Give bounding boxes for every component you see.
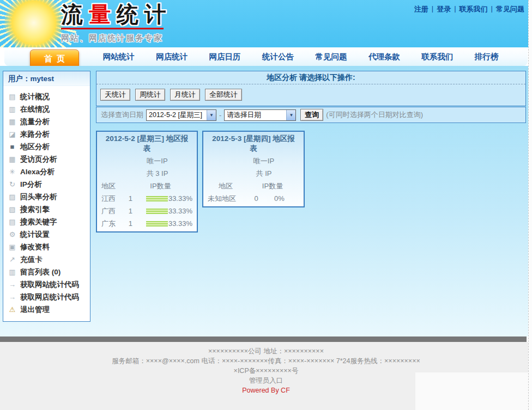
bar-cell: 33.33% — [138, 207, 192, 215]
percentage-bar — [146, 196, 168, 201]
all-stats-button[interactable]: 全部统计 — [205, 89, 242, 101]
sidebar-item-visited-pages-analysis[interactable]: ▦受访页分析 — [8, 153, 90, 166]
date2-select[interactable]: 请选择日期 ▼ — [224, 109, 296, 121]
sidebar-item-region-analysis[interactable]: ■地区分析 — [8, 140, 90, 153]
sidebar-item-return-rate-analysis[interactable]: ▨回头率分析 — [8, 191, 90, 203]
region-icon: ■ — [8, 143, 16, 151]
region-cell: 广东 — [101, 219, 123, 229]
content-area: 用户：mytest ▤统计概况 ▥在线情况 ▦流量分析 ◪来路分析 ■地区分析 … — [0, 66, 532, 336]
region-cell: 江西 — [101, 194, 123, 204]
region-column-header: 地区 — [208, 181, 246, 191]
sidebar-item-traffic-analysis[interactable]: ▦流量分析 — [8, 115, 90, 128]
sidebar-item-alexa-analysis[interactable]: ✳Alexa分析 — [8, 166, 90, 178]
count-cell: 0 — [246, 194, 267, 203]
warning-icon: ⚠ — [8, 305, 16, 314]
total-ip-label: 共 IP — [256, 169, 272, 179]
sidebar-item-label: 回头率分析 — [20, 192, 57, 202]
chevron-down-icon[interactable]: ▼ — [207, 110, 216, 120]
date1-select[interactable]: 2012-5-2 [星期三] ▼ — [146, 109, 216, 121]
table-row: 广东 1 33.33% — [97, 217, 197, 230]
footer-divider-bar — [0, 336, 527, 342]
week-stats-button[interactable]: 周统计 — [135, 89, 165, 101]
chevron-down-icon[interactable]: ▼ — [286, 110, 295, 120]
tab-faq[interactable]: 常见问题 — [315, 52, 347, 62]
doc-icon: ▤ — [8, 93, 16, 101]
sidebar-item-label: 退出管理 — [20, 305, 50, 315]
sidebar-item-label: 地区分析 — [20, 142, 50, 152]
percentage-label: 33.33% — [168, 219, 192, 228]
user-label: 用户：mytest — [3, 71, 90, 86]
tab-shop-stats[interactable]: 网店统计 — [156, 52, 188, 62]
pages-icon: ▦ — [8, 155, 16, 163]
sidebar: 用户：mytest ▤统计概况 ▥在线情况 ▦流量分析 ◪来路分析 ■地区分析 … — [3, 71, 90, 322]
sidebar-item-label: 统计设置 — [20, 230, 50, 240]
tab-site-stats[interactable]: 网站统计 — [103, 52, 135, 62]
alexa-icon: ✳ — [8, 168, 16, 176]
percentage-bar — [146, 221, 168, 227]
arrow-right-icon: → — [8, 280, 16, 289]
sidebar-item-search-engine[interactable]: ▧搜索引擎 — [8, 203, 90, 216]
logo-char-2: 量 — [89, 1, 117, 27]
table-row: 江西 1 33.33% — [97, 192, 197, 205]
sidebar-item-label: 搜索引擎 — [20, 205, 50, 215]
sidebar-item-stats-settings[interactable]: ⚙统计设置 — [8, 228, 90, 241]
sidebar-item-get-shop-code[interactable]: →获取网店统计代码 — [8, 291, 90, 303]
period-buttons: 天统计 周统计 月统计 全部统计 — [96, 84, 525, 106]
contact-link[interactable]: 联系我们 — [460, 4, 488, 14]
count-cell: 1 — [123, 194, 138, 203]
tab-ranking[interactable]: 排行榜 — [475, 52, 499, 62]
report-title: 2012-5-3 [星期四] 地区报表 — [203, 132, 304, 155]
sidebar-item-label: 留言列表 (0) — [20, 267, 61, 277]
month-stats-button[interactable]: 月统计 — [170, 89, 200, 101]
sidebar-item-label: 统计概况 — [20, 92, 50, 102]
login-link[interactable]: 登录 — [437, 4, 451, 14]
footer-corner-box — [415, 372, 532, 410]
sidebar-item-search-keywords[interactable]: ▤搜索关键字 — [8, 216, 90, 228]
query-note: (可同时选择两个日期对比查询) — [326, 110, 423, 120]
tab-agent-terms[interactable]: 代理条款 — [368, 52, 400, 62]
unique-ip-row: 唯一IP — [203, 155, 304, 167]
tab-shop-calendar[interactable]: 网店日历 — [209, 52, 241, 62]
query-button[interactable]: 查询 — [300, 109, 323, 121]
register-link[interactable]: 注册 — [414, 4, 428, 14]
date-range-dash: - — [219, 111, 221, 119]
sidebar-item-message-list[interactable]: ▥留言列表 (0) — [8, 266, 90, 278]
footer-company-line: ××××××××××公司 地址：×××××××××× — [0, 342, 532, 356]
tab-stats-announcements[interactable]: 统计公告 — [262, 52, 294, 62]
sidebar-item-online-status[interactable]: ▥在线情况 — [8, 103, 90, 115]
sidebar-item-logout[interactable]: ⚠退出管理 — [8, 303, 90, 316]
search-engine-icon: ▧ — [8, 205, 16, 213]
logo-char-1: 流 — [61, 1, 89, 27]
sidebar-item-get-site-code[interactable]: →获取网站统计代码 — [8, 278, 90, 291]
site-header: 流量统计 网站、网店统计服务专家 注册 | 登录 | 联系我们 | 常见问题 — [0, 0, 532, 47]
sidebar-item-recharge-card[interactable]: ↗充值卡 — [8, 253, 90, 266]
chart-grid-icon: ▦ — [8, 118, 16, 126]
logo-underline — [61, 28, 164, 29]
sun-core-icon — [4, 0, 63, 47]
ip-icon: ↻ — [8, 180, 16, 188]
profile-icon: ▣ — [8, 243, 16, 251]
main-navbar: 首页 网站统计 网店统计 网店日历 统计公告 常见问题 代理条款 联系我们 排行… — [4, 47, 528, 66]
ip-count-column-header: IP数量 — [246, 181, 299, 191]
total-ip-label: 共 3 IP — [147, 169, 168, 179]
sidebar-item-edit-profile[interactable]: ▣修改资料 — [8, 241, 90, 253]
sidebar-item-label: 获取网店统计代码 — [20, 292, 79, 302]
table-row: 广西 1 33.33% — [97, 205, 197, 217]
percentage-label: 33.33% — [168, 207, 192, 215]
region-cell: 未知地区 — [208, 194, 246, 204]
sidebar-item-referrer-analysis[interactable]: ◪来路分析 — [8, 128, 90, 140]
day-stats-button[interactable]: 天统计 — [100, 89, 130, 101]
footer-contact-line: 服务邮箱：××××@××××.com 电话：××××-×××××××传真：×××… — [0, 356, 532, 366]
sidebar-item-stats-overview[interactable]: ▤统计概况 — [8, 90, 90, 103]
sidebar-item-label: 充值卡 — [20, 255, 43, 265]
total-ip-row: 共 3 IP — [97, 167, 197, 180]
sidebar-item-ip-analysis[interactable]: ↻IP分析 — [8, 178, 90, 191]
tab-contact-us[interactable]: 联系我们 — [421, 52, 453, 62]
link-separator: | — [432, 4, 433, 14]
doc-lines-icon: ▥ — [8, 105, 16, 113]
nav-items: 网站统计 网店统计 网店日历 统计公告 常见问题 代理条款 联系我们 排行榜 — [79, 52, 528, 62]
region-cell: 广西 — [101, 206, 123, 216]
percentage-label: 0% — [274, 194, 285, 203]
faq-link[interactable]: 常见问题 — [496, 4, 524, 14]
site-title: 流量统计 — [61, 1, 172, 27]
